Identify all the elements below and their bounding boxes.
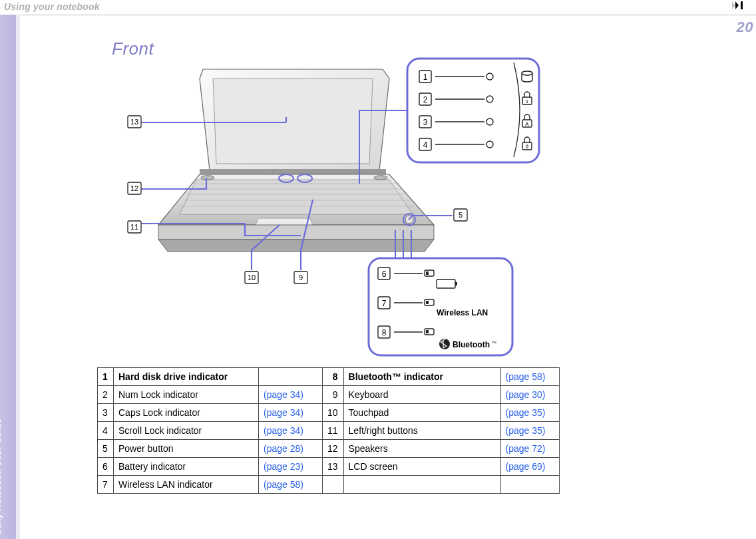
page-link: (page 58) [506, 371, 546, 382]
svg-text:5: 5 [459, 211, 463, 219]
callout-9: 9 [294, 271, 307, 283]
table-cell[interactable]: (page 34) [259, 404, 323, 422]
table-cell[interactable]: (page 23) [259, 458, 323, 476]
svg-text:2: 2 [423, 95, 428, 104]
table-cell: Power button [114, 440, 259, 458]
table-cell: 3 [98, 404, 114, 422]
table-cell: 4 [98, 422, 114, 440]
svg-text:8: 8 [382, 328, 387, 337]
svg-rect-50 [426, 271, 429, 275]
page-link: (page 34) [264, 425, 303, 436]
callout-11: 11 [128, 221, 141, 233]
svg-rect-5 [200, 169, 386, 174]
table-cell: Speakers [343, 440, 500, 458]
svg-text:Wireless LAN: Wireless LAN [437, 308, 488, 317]
table-row: 2Num Lock indicator(page 34)9Keyboard(pa… [98, 386, 560, 404]
svg-point-64 [439, 339, 450, 349]
legend-table: 1Hard disk drive indicator8Bluetooth™ in… [97, 367, 560, 494]
table-cell: 1 [98, 368, 114, 386]
page-link: (page 23) [264, 461, 303, 472]
table-cell[interactable]: (page 58) [500, 368, 559, 386]
page-link: (page 34) [264, 389, 303, 400]
table-cell[interactable]: (page 30) [500, 386, 559, 404]
table-row: 5Power button(page 28)12Speakers(page 72… [98, 440, 560, 458]
page-link: (page 35) [506, 425, 546, 436]
indicator-inset: 1 2 1 3 [407, 59, 539, 162]
svg-text:™: ™ [492, 341, 496, 345]
table-row: 7Wireless LAN indicator(page 58) [98, 476, 560, 494]
svg-text:6: 6 [382, 270, 387, 279]
svg-text:10: 10 [248, 273, 256, 281]
svg-marker-1 [732, 1, 735, 9]
table-cell: Num Lock indicator [114, 386, 259, 404]
table-cell: 10 [323, 404, 344, 422]
table-cell: 7 [98, 476, 114, 494]
page-link: (page 30) [506, 389, 546, 400]
page-link: (page 69) [506, 461, 546, 472]
table-cell[interactable]: (page 34) [259, 386, 323, 404]
page-link: (page 72) [506, 443, 546, 454]
table-cell [343, 476, 500, 494]
svg-rect-2 [741, 1, 743, 9]
svg-text:A: A [525, 121, 529, 127]
content-area: Front [20, 33, 751, 539]
breadcrumb: Using your notebook [4, 1, 100, 12]
table-cell: Wireless LAN indicator [114, 476, 259, 494]
svg-text:1: 1 [423, 73, 428, 82]
page-link: (page 28) [264, 443, 303, 454]
svg-text:11: 11 [130, 223, 138, 231]
svg-text:9: 9 [299, 273, 303, 281]
side-tab: Sony Notebook User Guide [0, 15, 16, 539]
svg-text:4: 4 [423, 140, 428, 150]
svg-text:13: 13 [130, 118, 138, 126]
table-cell[interactable]: (page 35) [500, 404, 559, 422]
table-row: 1Hard disk drive indicator8Bluetooth™ in… [98, 368, 560, 386]
table-cell: Battery indicator [114, 458, 259, 476]
svg-marker-0 [735, 1, 739, 9]
page-nav [731, 0, 756, 11]
page-link: (page 58) [264, 479, 303, 490]
svg-marker-7 [180, 180, 413, 214]
table-cell: Scroll Lock indicator [114, 422, 259, 440]
table-row: 3Caps Lock indicator(page 34)10Touchpad(… [98, 404, 560, 422]
page-link: (page 34) [264, 407, 303, 418]
table-cell: 9 [323, 386, 344, 404]
table-cell [500, 476, 559, 494]
status-inset: 6 7 Wireless LAN 8 [369, 258, 512, 355]
table-cell[interactable]: (page 69) [500, 458, 559, 476]
table-cell: 13 [323, 458, 344, 476]
svg-rect-57 [426, 301, 429, 304]
table-cell: Left/right buttons [343, 422, 500, 440]
front-diagram: 1 2 1 3 [93, 51, 559, 363]
table-cell[interactable]: (page 28) [259, 440, 323, 458]
svg-text:12: 12 [130, 184, 138, 192]
table-cell: 8 [323, 368, 344, 386]
svg-rect-52 [455, 282, 457, 285]
table-row: 6Battery indicator(page 23)13LCD screen(… [98, 458, 560, 476]
table-cell[interactable]: (page 34) [259, 422, 323, 440]
callout-12: 12 [128, 182, 141, 194]
svg-rect-63 [426, 330, 429, 333]
page-link: (page 35) [506, 407, 546, 418]
svg-text:⇕: ⇕ [525, 144, 530, 150]
table-cell: 11 [323, 422, 344, 440]
table-cell: LCD screen [343, 458, 500, 476]
table-cell[interactable]: (page 72) [500, 440, 559, 458]
table-cell: 2 [98, 386, 114, 404]
svg-text:3: 3 [423, 118, 428, 127]
top-rule [0, 15, 756, 15]
callout-5: 5 [454, 209, 467, 221]
table-row: 4Scroll Lock indicator(page 34)11Left/ri… [98, 422, 560, 440]
svg-point-19 [201, 176, 214, 180]
table-cell: Caps Lock indicator [114, 404, 259, 422]
table-cell: Touchpad [343, 404, 500, 422]
table-cell[interactable]: (page 35) [500, 422, 559, 440]
svg-marker-16 [158, 225, 434, 240]
table-cell: 5 [98, 440, 114, 458]
svg-text:7: 7 [382, 299, 387, 308]
table-cell [259, 368, 323, 386]
svg-text:1: 1 [526, 98, 529, 104]
table-cell[interactable]: (page 58) [259, 476, 323, 494]
callout-10: 10 [245, 271, 258, 283]
table-cell [323, 476, 344, 494]
